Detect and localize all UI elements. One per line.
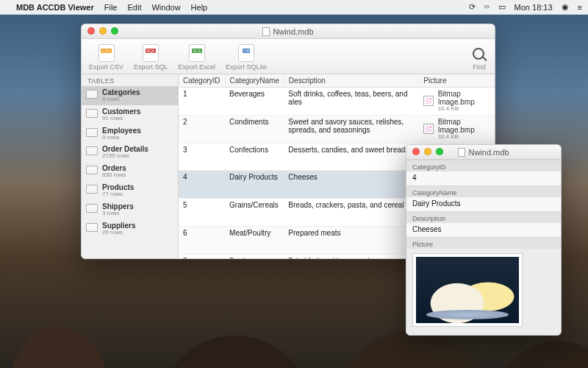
cell-categoryid: 1 (179, 88, 225, 116)
export-excel-label: Export Excel (179, 63, 216, 71)
bitmap-thumb-icon (423, 96, 434, 106)
table-rowcount: 2155 rows (102, 153, 148, 160)
tables-sidebar: TABLES Categories8 rowsCustomers91 rowsE… (82, 74, 179, 258)
sql-icon: SQL (143, 44, 159, 62)
table-icon (86, 185, 98, 194)
find-button[interactable]: Find (471, 44, 487, 71)
notification-center-icon[interactable]: ≡ (578, 3, 582, 12)
table-icon (86, 90, 98, 99)
sidebar-table-customers[interactable]: Customers91 rows (82, 105, 178, 124)
table-icon (86, 128, 98, 137)
cell-description: Prepared meats (284, 226, 419, 254)
table-rowcount: 3 rows (102, 210, 134, 217)
cell-categoryname: Meat/Poultry (225, 226, 284, 254)
sidebar-header: TABLES (82, 74, 178, 86)
column-header-categoryid[interactable]: CategoryID (179, 74, 225, 88)
sidebar-table-shippers[interactable]: Shippers3 rows (82, 200, 178, 219)
wifi-icon[interactable]: ⌔ (484, 3, 490, 12)
picture-preview[interactable] (412, 253, 523, 327)
window-title: Nwind.mdb (262, 27, 313, 36)
sidebar-table-orders[interactable]: Orders830 rows (82, 162, 178, 181)
sqlite-icon: DB (238, 44, 254, 62)
sidebar-table-categories[interactable]: Categories8 rows (82, 86, 178, 105)
spotlight-icon[interactable]: ◉ (562, 2, 569, 12)
cell-categoryid: 6 (179, 226, 225, 254)
zoom-button[interactable] (111, 27, 118, 35)
cell-categoryid: 3 (179, 143, 225, 171)
cell-picture: Bitmap Image.bmp10.4 KB (419, 115, 495, 143)
cell-description: Dried fruit and bean curd (284, 254, 419, 258)
magnifier-icon (471, 44, 487, 62)
toolbar: CSV Export CSV SQL Export SQL XLS Export… (82, 39, 495, 74)
menu-file[interactable]: File (104, 3, 118, 12)
column-header-categoryname[interactable]: CategoryName (225, 74, 284, 88)
sidebar-table-suppliers[interactable]: Suppliers29 rows (82, 219, 178, 238)
sidebar-table-order-details[interactable]: Order Details2155 rows (82, 143, 178, 162)
table-icon (86, 223, 98, 232)
detail-title-text: Nwind.mdb (468, 148, 509, 157)
detail-window-controls (412, 148, 443, 155)
cell-description: Desserts, candies, and sweet breads (284, 143, 419, 171)
field-value-categoryid[interactable]: 4 (406, 171, 561, 185)
cell-description: Sweet and savory sauces, relishes, sprea… (284, 115, 419, 143)
export-sqlite-button[interactable]: DB Export SQLite (226, 44, 267, 71)
table-icon (86, 109, 98, 118)
field-label-description: Description (406, 211, 561, 223)
cell-categoryname: Grains/Cereals (225, 199, 284, 227)
table-name: Suppliers (102, 222, 136, 230)
cell-categoryid: 4 (179, 171, 225, 199)
menu-help[interactable]: Help (191, 3, 208, 12)
export-excel-button[interactable]: XLS Export Excel (179, 44, 216, 71)
export-sql-button[interactable]: SQL Export SQL (134, 44, 168, 71)
column-header-description[interactable]: Description (284, 74, 419, 88)
export-csv-button[interactable]: CSV Export CSV (89, 44, 123, 71)
window-title-text: Nwind.mdb (273, 27, 313, 36)
detail-window: Nwind.mdb CategoryID 4 CategoryName Dair… (406, 144, 562, 336)
menu-window[interactable]: Window (151, 3, 180, 12)
close-button[interactable] (87, 27, 95, 35)
detail-titlebar[interactable]: Nwind.mdb (406, 145, 561, 160)
column-header-picture[interactable]: Picture (419, 74, 495, 88)
table-name: Employees (102, 127, 141, 135)
app-name[interactable]: MDB ACCDB Viewer (16, 3, 94, 12)
table-rowcount: 91 rows (102, 116, 140, 122)
table-row[interactable]: 2CondimentsSweet and savory sauces, reli… (179, 115, 495, 143)
sidebar-table-products[interactable]: Products77 rows (82, 181, 178, 200)
sync-icon[interactable]: ⟳ (469, 2, 476, 12)
cell-picture: Bitmap Image.bmp10.4 KB (419, 88, 495, 116)
export-sqlite-label: Export SQLite (226, 63, 267, 71)
cell-categoryname: Dairy Products (225, 171, 284, 199)
zoom-button[interactable] (436, 148, 443, 155)
document-icon (458, 148, 465, 157)
cell-categoryname: Produce (225, 254, 284, 258)
export-sql-label: Export SQL (134, 63, 168, 71)
field-value-description[interactable]: Cheeses (406, 223, 561, 237)
titlebar[interactable]: Nwind.mdb (82, 24, 495, 39)
clock[interactable]: Mon 18:13 (514, 3, 553, 12)
table-rowcount: 9 rows (102, 135, 141, 141)
table-icon (86, 204, 98, 213)
field-value-categoryname[interactable]: Dairy Products (406, 197, 561, 211)
window-controls (87, 27, 118, 35)
field-label-picture: Picture (406, 237, 561, 249)
cell-description: Cheeses (284, 171, 419, 199)
minimize-button[interactable] (99, 27, 107, 35)
export-csv-label: Export CSV (89, 63, 123, 71)
battery-icon[interactable]: ▭ (498, 2, 506, 12)
table-rowcount: 77 rows (102, 191, 134, 198)
close-button[interactable] (412, 148, 420, 155)
detail-title: Nwind.mdb (458, 148, 509, 157)
field-label-categoryid: CategoryID (406, 160, 561, 171)
sidebar-table-employees[interactable]: Employees9 rows (82, 124, 178, 144)
cell-categoryid: 2 (179, 115, 225, 143)
menubar: MDB ACCDB Viewer File Edit Window Help ⟳… (0, 0, 588, 15)
cell-categoryid: 5 (179, 199, 225, 227)
cell-categoryname: Beverages (225, 88, 284, 116)
table-row[interactable]: 1BeveragesSoft drinks, coffees, teas, be… (179, 88, 495, 116)
csv-icon: CSV (98, 44, 115, 62)
menu-edit[interactable]: Edit (127, 3, 141, 12)
cell-categoryname: Condiments (225, 115, 284, 143)
minimize-button[interactable] (424, 148, 431, 155)
table-rowcount: 29 rows (102, 230, 136, 236)
table-rowcount: 830 rows (102, 172, 126, 179)
